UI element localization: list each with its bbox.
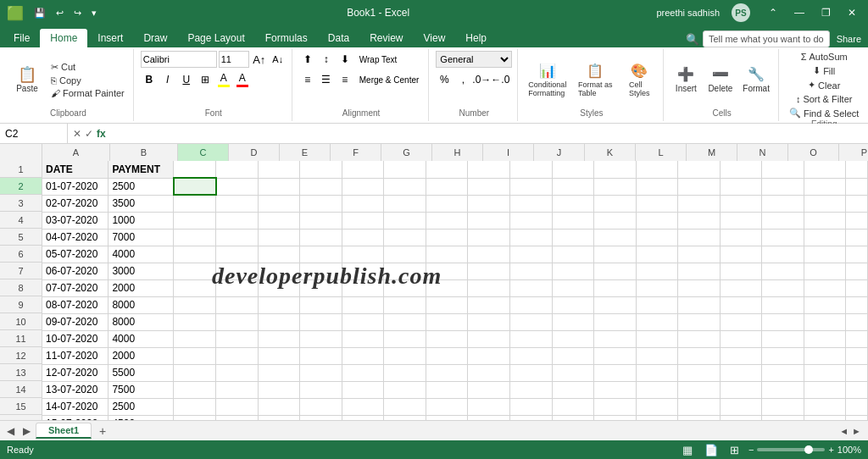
cell-R7[interactable]: [804, 263, 846, 279]
cell-H14[interactable]: [384, 381, 426, 398]
tab-help[interactable]: Help: [455, 29, 497, 47]
cell-E12[interactable]: [258, 347, 300, 364]
col-header-o[interactable]: O: [788, 144, 839, 161]
cell-C6[interactable]: [174, 246, 216, 263]
cell-j1[interactable]: [468, 161, 510, 178]
cell-B3[interactable]: 3500: [108, 195, 174, 212]
formula-cancel-icon[interactable]: ✕: [73, 128, 81, 140]
cell-C7[interactable]: [174, 263, 216, 279]
cell-H11[interactable]: [384, 330, 426, 347]
minimize-btn[interactable]: —: [789, 5, 810, 20]
fill-color-button[interactable]: A: [215, 71, 232, 88]
cell-B11[interactable]: 4000: [108, 330, 174, 347]
cell-R15[interactable]: [804, 398, 846, 415]
cell-N5[interactable]: [636, 229, 678, 246]
cell-G12[interactable]: [342, 347, 384, 364]
cell-Q8[interactable]: [762, 279, 804, 296]
cell-S11[interactable]: [846, 330, 868, 347]
cell-S15[interactable]: [846, 398, 868, 415]
cell-G3[interactable]: [342, 195, 384, 212]
cell-E6[interactable]: [258, 246, 300, 263]
cell-B6[interactable]: 4000: [108, 246, 174, 263]
cell-H15[interactable]: [384, 398, 426, 415]
cell-A14[interactable]: 13-07-2020: [42, 381, 108, 398]
cell-Q9[interactable]: [762, 296, 804, 313]
cell-R13[interactable]: [804, 364, 846, 381]
col-header-j[interactable]: J: [534, 144, 585, 161]
align-right-btn[interactable]: ≡: [337, 71, 353, 88]
tab-formulas[interactable]: Formulas: [255, 29, 318, 47]
row-header-9[interactable]: 9: [0, 296, 42, 313]
cell-P14[interactable]: [720, 381, 762, 398]
add-sheet-button[interactable]: +: [93, 422, 112, 440]
cell-Q7[interactable]: [762, 263, 804, 279]
cell-I7[interactable]: [426, 263, 468, 279]
cell-S16[interactable]: [846, 415, 868, 420]
cell-D5[interactable]: [216, 229, 259, 246]
cell-J14[interactable]: [468, 381, 510, 398]
cell-G10[interactable]: [342, 313, 384, 330]
col-header-k[interactable]: K: [585, 144, 636, 161]
cell-P3[interactable]: [720, 195, 762, 212]
cell-A13[interactable]: 12-07-2020: [42, 364, 108, 381]
sheet-tab-sheet1[interactable]: Sheet1: [36, 423, 92, 439]
cell-D11[interactable]: [216, 330, 259, 347]
cell-R12[interactable]: [804, 347, 846, 364]
cell-S3[interactable]: [846, 195, 868, 212]
cell-I2[interactable]: [426, 178, 468, 195]
formula-insert-icon[interactable]: fx: [97, 128, 106, 140]
cell-K8[interactable]: [510, 279, 553, 296]
cell-M9[interactable]: [594, 296, 637, 313]
cell-H2[interactable]: [384, 178, 426, 195]
cell-G9[interactable]: [342, 296, 384, 313]
col-header-d[interactable]: D: [229, 144, 280, 161]
col-header-h[interactable]: H: [432, 144, 483, 161]
cell-A5[interactable]: 04-07-2020: [42, 229, 108, 246]
decrease-decimal-btn[interactable]: ←.0: [492, 71, 509, 88]
cell-K2[interactable]: [510, 178, 553, 195]
cell-B7[interactable]: 3000: [108, 263, 174, 279]
cell-K9[interactable]: [510, 296, 553, 313]
cell-M14[interactable]: [594, 381, 637, 398]
cell-D9[interactable]: [216, 296, 259, 313]
cell-S13[interactable]: [846, 364, 868, 381]
cell-B15[interactable]: 2500: [108, 398, 174, 415]
cell-I3[interactable]: [426, 195, 468, 212]
cell-F3[interactable]: [300, 195, 342, 212]
scroll-left-icon[interactable]: ◄: [839, 426, 849, 436]
cell-i1[interactable]: [426, 161, 468, 178]
cell-G8[interactable]: [342, 279, 384, 296]
cell-G13[interactable]: [342, 364, 384, 381]
cell-J13[interactable]: [468, 364, 510, 381]
cell-E7[interactable]: [258, 263, 300, 279]
cell-F10[interactable]: [300, 313, 342, 330]
cell-C4[interactable]: [174, 212, 216, 229]
cell-C8[interactable]: [174, 279, 216, 296]
cell-O8[interactable]: [678, 279, 721, 296]
qat-undo[interactable]: ↩: [53, 6, 67, 20]
cell-A10[interactable]: 09-07-2020: [42, 313, 108, 330]
cell-M11[interactable]: [594, 330, 637, 347]
cell-O7[interactable]: [678, 263, 721, 279]
cell-d1[interactable]: [216, 161, 259, 178]
cell-Q11[interactable]: [762, 330, 804, 347]
cell-G2[interactable]: [342, 178, 384, 195]
cell-r1[interactable]: [804, 161, 846, 178]
cell-R2[interactable]: [804, 178, 846, 195]
cell-D6[interactable]: [216, 246, 259, 263]
cell-A3[interactable]: 02-07-2020: [42, 195, 108, 212]
cell-B9[interactable]: 8000: [108, 296, 174, 313]
cell-Q16[interactable]: [762, 415, 804, 420]
col-header-c[interactable]: C: [178, 144, 229, 161]
cell-L3[interactable]: [552, 195, 594, 212]
insert-cells-btn[interactable]: ➕ Insert: [670, 64, 701, 95]
cell-A9[interactable]: 08-07-2020: [42, 296, 108, 313]
cell-F8[interactable]: [300, 279, 342, 296]
cell-M5[interactable]: [594, 229, 637, 246]
cell-P8[interactable]: [720, 279, 762, 296]
format-cells-btn[interactable]: 🔧 Format: [739, 64, 773, 95]
cell-E14[interactable]: [258, 381, 300, 398]
cell-a1[interactable]: DATE: [42, 161, 108, 178]
cell-P12[interactable]: [720, 347, 762, 364]
cell-P4[interactable]: [720, 212, 762, 229]
